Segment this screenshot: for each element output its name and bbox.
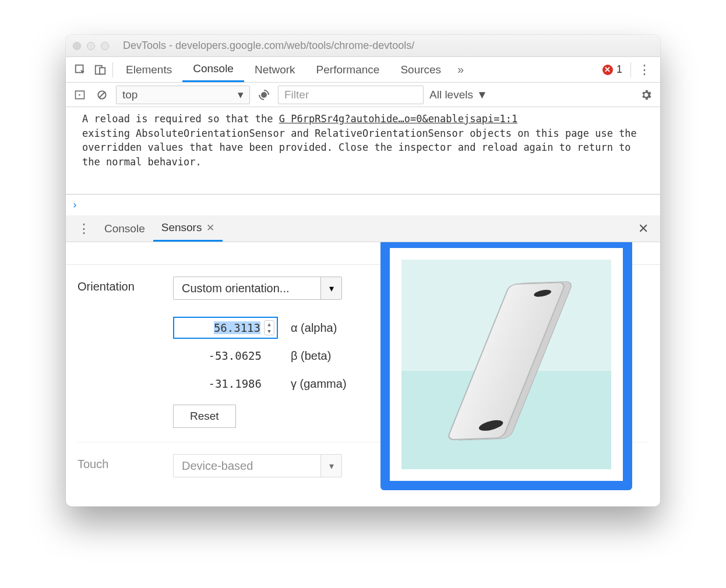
touch-label: Touch [77,454,159,471]
console-message-source-link[interactable]: G P6rpRSr4g?autohide…o=0&enablejsapi=1:1 [279,113,517,125]
tab-console[interactable]: Console [182,57,244,82]
log-levels-select[interactable]: All levels ▼ [429,88,488,101]
tab-elements[interactable]: Elements [115,57,182,82]
more-tabs-icon[interactable]: » [452,63,470,76]
console-toolbar: top ▾ Filter All levels ▼ [66,83,660,107]
zoom-traffic-light[interactable] [101,42,109,50]
levels-label: All levels [429,88,473,101]
console-settings-gear-icon[interactable] [638,87,654,103]
svg-line-5 [99,92,105,98]
chevron-down-icon: ▾ [238,88,244,101]
drawer-tab-sensors[interactable]: Sensors ✕ [153,215,223,242]
devtools-window: DevTools - developers.google.com/web/too… [66,35,660,506]
console-output: A reload is required so that the G P6rpR… [66,107,660,194]
sensors-panel: Orientation Custom orientation... ▾ 56.3… [66,242,660,506]
tab-performance[interactable]: Performance [306,57,390,82]
minimize-traffic-light[interactable] [87,42,95,50]
filter-placeholder: Filter [284,88,309,101]
alpha-stepper[interactable]: ▲▼ [264,320,274,335]
context-select-value: top [122,88,138,101]
console-sidebar-toggle-icon[interactable] [72,87,88,103]
divider [630,62,631,77]
beta-label: β (beta) [291,349,331,363]
svg-point-6 [261,92,267,98]
orientation-scene[interactable] [401,260,611,469]
titlebar: DevTools - developers.google.com/web/too… [66,35,660,57]
device-toggle-icon[interactable] [90,60,110,80]
divider [112,62,113,77]
window-traffic-lights [73,42,109,50]
drawer-tab-sensors-label: Sensors [161,221,202,234]
alpha-label: α (alpha) [291,321,337,335]
svg-rect-2 [100,68,105,74]
reset-button[interactable]: Reset [173,405,236,428]
console-message-prefix: A reload is required so that the [82,113,279,125]
tab-sources[interactable]: Sources [390,57,452,82]
alpha-value: 56.3113 [214,321,260,334]
main-menu-kebab-icon[interactable]: ⋮ [633,62,655,77]
window-title: DevTools - developers.google.com/web/too… [123,40,414,52]
orientation-label: Orientation [77,277,159,293]
live-expression-icon[interactable] [256,87,272,103]
console-prompt[interactable]: › [66,194,660,215]
close-tab-icon[interactable]: ✕ [206,222,214,234]
alpha-input[interactable]: 56.3113 ▲▼ [173,317,278,339]
chevron-down-icon: ▾ [320,455,341,477]
tab-network[interactable]: Network [244,57,306,82]
orientation-select-value: Custom orientation... [174,282,320,295]
error-dot-icon: ✕ [602,65,613,75]
main-tabs: Elements Console Network Performance Sou… [66,57,660,83]
inspect-element-icon[interactable] [71,60,90,80]
drawer-tabs: ⋮ Console Sensors ✕ ✕ [66,215,660,242]
drawer-menu-kebab-icon[interactable]: ⋮ [72,221,96,236]
gamma-value[interactable]: -31.1986 [173,377,278,390]
orientation-select[interactable]: Custom orientation... ▾ [173,277,342,300]
filter-input[interactable]: Filter [278,86,424,104]
chevron-down-icon: ▼ [477,88,488,101]
error-count: 1 [616,63,622,76]
beta-value[interactable]: -53.0625 [173,349,278,362]
orientation-visual-highlight [380,242,632,490]
close-traffic-light[interactable] [73,42,81,50]
touch-select-value: Device-based [174,459,320,473]
error-badge[interactable]: ✕ 1 [597,63,628,76]
touch-select[interactable]: Device-based ▾ [173,454,342,477]
clear-console-icon[interactable] [94,87,110,103]
orientation-phone-model[interactable] [446,282,566,440]
drawer-tab-console[interactable]: Console [96,215,153,242]
console-message-body: existing AbsoluteOrientationSensor and R… [82,127,637,168]
chevron-down-icon: ▾ [320,277,341,299]
gamma-label: γ (gamma) [291,377,347,391]
context-select[interactable]: top ▾ [116,86,250,104]
drawer-close-icon[interactable]: ✕ [632,221,654,236]
